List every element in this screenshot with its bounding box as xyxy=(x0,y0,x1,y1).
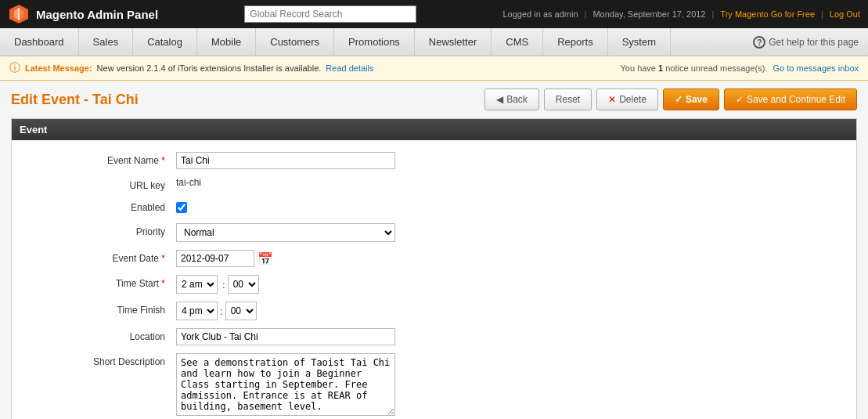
event-date-label: Event Date xyxy=(20,250,176,264)
help-label: Get help for this page xyxy=(769,37,859,48)
priority-field: Normal High Low xyxy=(176,223,848,242)
event-name-row: Event Name xyxy=(12,148,856,173)
save-continue-check-icon: ✓ xyxy=(736,94,744,105)
help-circle-icon: ? xyxy=(753,36,765,49)
content: Edit Event - Tai Chi ◀ Back Reset ✕ Dele… xyxy=(0,81,868,419)
delete-label: Delete xyxy=(619,94,646,105)
logout-link[interactable]: Log Out xyxy=(830,9,860,19)
date-input-wrap: 📅 xyxy=(176,250,848,267)
time-finish-label: Time Finish xyxy=(20,302,176,316)
notice-left: ⓘ Latest Message: New version 2.1.4 of i… xyxy=(9,61,374,75)
enabled-checkbox[interactable] xyxy=(176,202,187,213)
logged-in-label: Logged in as admin xyxy=(503,9,578,19)
short-desc-field: See a demonstration of Taoist Tai Chi an… xyxy=(176,353,848,418)
enabled-row: Enabled xyxy=(12,195,856,219)
nav-dashboard[interactable]: Dashboard xyxy=(0,28,79,56)
event-date-row: Event Date 📅 xyxy=(12,246,856,271)
time-start-field: 2 am3 am4 am : 00153045 xyxy=(176,275,848,294)
back-arrow-icon: ◀ xyxy=(496,94,503,105)
logo-text: Magento Admin Panel xyxy=(36,8,158,21)
time-finish-separator: : xyxy=(220,305,223,317)
location-field xyxy=(176,328,848,345)
time-finish-hour-select[interactable]: 4 pm5 pm6 pm xyxy=(176,302,218,320)
location-row: Location xyxy=(12,324,856,349)
save-label: Save xyxy=(686,94,708,105)
section-body: Event Name URL key tai-chi Enabled xyxy=(12,140,856,419)
time-start-label: Time Start xyxy=(20,275,176,289)
back-button[interactable]: ◀ Back xyxy=(484,88,539,110)
nav-customers[interactable]: Customers xyxy=(256,28,334,56)
search-area xyxy=(158,5,502,23)
notice-messages-link[interactable]: Go to messages inbox xyxy=(773,63,859,73)
save-check-icon: ✓ xyxy=(675,94,683,105)
header: Magento Admin Panel Logged in as admin |… xyxy=(0,0,868,28)
short-desc-label: Short Description xyxy=(20,353,176,367)
time-start-hour-select[interactable]: 2 am3 am4 am xyxy=(176,275,218,294)
delete-button[interactable]: ✕ Delete xyxy=(596,88,658,110)
header-separator2: | xyxy=(712,9,715,19)
url-key-value: tai-chi xyxy=(176,174,201,188)
notice-prefix: Latest Message: xyxy=(25,63,92,73)
reset-button[interactable]: Reset xyxy=(544,88,592,110)
url-key-label: URL key xyxy=(20,177,176,191)
event-name-label: Event Name xyxy=(20,152,176,166)
nav: Dashboard Sales Catalog Mobile Customers… xyxy=(0,28,868,56)
notice-read-link[interactable]: Read details xyxy=(326,63,373,73)
url-key-row: URL key tai-chi xyxy=(12,173,856,195)
title-row: Edit Event - Tai Chi ◀ Back Reset ✕ Dele… xyxy=(11,88,857,110)
button-group: ◀ Back Reset ✕ Delete ✓ Save ✓ Save and … xyxy=(484,88,857,110)
enabled-label: Enabled xyxy=(20,199,176,213)
location-input[interactable] xyxy=(176,328,395,345)
try-magento-link[interactable]: Try Magento Go for Free xyxy=(720,9,815,19)
back-label: Back xyxy=(506,94,528,105)
calendar-icon[interactable]: 📅 xyxy=(258,251,273,266)
save-button[interactable]: ✓ Save xyxy=(663,88,719,110)
header-right: Logged in as admin | Monday, September 1… xyxy=(503,9,861,19)
event-section: Event Event Name URL key tai-chi Enabled xyxy=(11,118,857,419)
reset-label: Reset xyxy=(556,94,580,105)
short-desc-row: Short Description See a demonstration of… xyxy=(12,349,856,419)
header-separator3: | xyxy=(821,9,823,19)
help-link[interactable]: ? Get help for this page xyxy=(744,28,868,56)
save-continue-button[interactable]: ✓ Save and Continue Edit xyxy=(724,88,857,110)
notice-right-text: You have xyxy=(621,63,656,73)
notice-right: You have 1 notice unread message(s). Go … xyxy=(621,63,859,73)
priority-select[interactable]: Normal High Low xyxy=(176,223,395,242)
date-label: Monday, September 17, 2012 xyxy=(592,9,705,19)
nav-sales[interactable]: Sales xyxy=(79,28,134,56)
nav-newsletter[interactable]: Newsletter xyxy=(415,28,492,56)
short-desc-textarea[interactable]: See a demonstration of Taoist Tai Chi an… xyxy=(176,353,395,416)
time-finish-min-select[interactable]: 00153045 xyxy=(225,302,257,320)
time-finish-field: 4 pm5 pm6 pm : 00153045 xyxy=(176,302,848,320)
nav-system[interactable]: System xyxy=(608,28,671,56)
magento-logo-icon xyxy=(8,3,30,25)
section-header: Event xyxy=(12,119,856,140)
nav-catalog[interactable]: Catalog xyxy=(133,28,197,56)
priority-label: Priority xyxy=(20,223,176,237)
time-start-wrap: 2 am3 am4 am : 00153045 xyxy=(176,275,848,294)
notice-bar: ⓘ Latest Message: New version 2.1.4 of i… xyxy=(0,56,868,81)
section-title: Event xyxy=(20,124,47,135)
time-start-min-select[interactable]: 00153045 xyxy=(228,275,259,294)
header-separator: | xyxy=(585,9,587,19)
nav-cms[interactable]: CMS xyxy=(492,28,543,56)
notice-count: 1 xyxy=(658,63,663,73)
event-date-input[interactable] xyxy=(176,250,254,267)
time-separator: : xyxy=(222,279,225,291)
event-name-field xyxy=(176,152,848,169)
event-date-field: 📅 xyxy=(176,250,848,267)
event-name-input[interactable] xyxy=(176,152,395,169)
search-input[interactable] xyxy=(244,5,416,23)
time-finish-row: Time Finish 4 pm5 pm6 pm : 00153045 xyxy=(12,298,856,324)
notice-right-text2: notice unread message(s). xyxy=(665,63,767,73)
enabled-field xyxy=(176,199,848,215)
nav-reports[interactable]: Reports xyxy=(543,28,608,56)
time-start-row: Time Start 2 am3 am4 am : 00153045 xyxy=(12,271,856,298)
logo-area: Magento Admin Panel xyxy=(8,3,158,25)
nav-promotions[interactable]: Promotions xyxy=(334,28,415,56)
priority-row: Priority Normal High Low xyxy=(12,219,856,246)
time-finish-wrap: 4 pm5 pm6 pm : 00153045 xyxy=(176,302,848,320)
page-title: Edit Event - Tai Chi xyxy=(11,92,139,108)
nav-mobile[interactable]: Mobile xyxy=(197,28,256,56)
location-label: Location xyxy=(20,328,176,342)
